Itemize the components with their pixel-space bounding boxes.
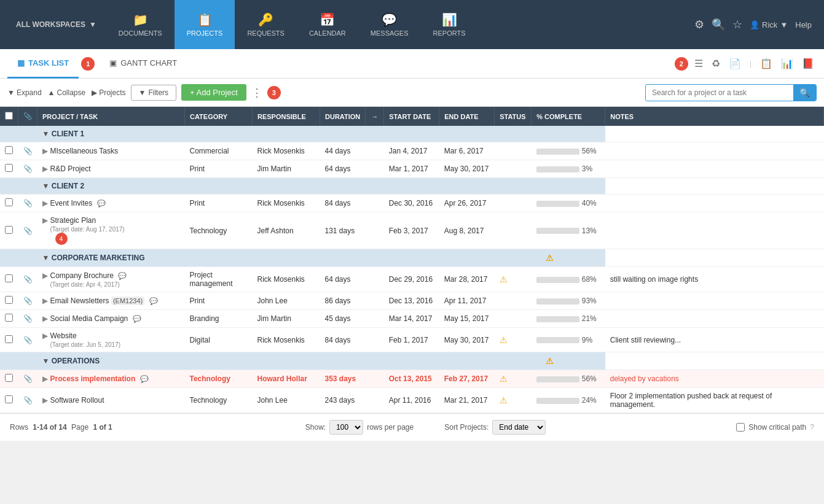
search-icon[interactable]: 🔍: [712, 18, 725, 31]
attach-icon[interactable]: 📎: [23, 336, 33, 344]
enddate-value: May 30, 2017: [444, 336, 489, 344]
critical-path-checkbox[interactable]: [736, 423, 745, 432]
nav-reports[interactable]: 📊 REPORTS: [421, 0, 478, 49]
attach-icon[interactable]: 📎: [23, 275, 33, 284]
row-notes-cell: delayed by vacations: [605, 370, 824, 388]
row-checkbox[interactable]: [5, 374, 13, 382]
nav-projects[interactable]: 📋 PROJECTS: [175, 0, 235, 49]
row-task-cell: ▶ MIscellaneous Tasks: [37, 142, 185, 160]
workspace-dropdown-icon[interactable]: ▼: [89, 20, 96, 29]
attach-icon[interactable]: 📎: [23, 227, 33, 235]
projects-filter-button[interactable]: ▶ Projects: [92, 88, 125, 97]
group-collapse-icon[interactable]: ▼: [42, 357, 50, 365]
search-button[interactable]: 🔍: [793, 85, 816, 101]
expand-row-icon[interactable]: ▶: [42, 297, 48, 305]
select-all-checkbox[interactable]: [5, 112, 13, 120]
search-input[interactable]: [646, 85, 793, 100]
attach-icon[interactable]: 📎: [23, 314, 33, 323]
row-checkbox[interactable]: [5, 335, 13, 343]
view-icon-1[interactable]: ☰: [692, 56, 705, 71]
task-name-label: Software Rollout: [50, 396, 104, 405]
expand-row-icon[interactable]: ▶: [42, 331, 48, 340]
row-checkbox[interactable]: [5, 146, 13, 154]
row-status-cell: ⚠: [495, 370, 532, 388]
expand-row-icon[interactable]: ▶: [42, 314, 48, 323]
comment-icon[interactable]: 💬: [140, 375, 149, 382]
group-collapse-icon[interactable]: ▼: [42, 182, 50, 190]
row-dep-cell: [366, 292, 384, 310]
add-project-button[interactable]: + Add Project: [181, 84, 246, 101]
collapse-button[interactable]: ▲ Collapse: [48, 88, 86, 97]
row-category-cell: Print: [185, 195, 253, 212]
category-value: Digital: [190, 336, 210, 344]
view-icon-2[interactable]: ♻: [709, 56, 723, 71]
col-pct-header: % COMPLETE: [532, 107, 605, 126]
help-icon[interactable]: ?: [810, 423, 814, 432]
task-cell: ▶ Social Media Campaign 💬: [42, 314, 180, 323]
group-collapse-icon[interactable]: ▼: [42, 254, 50, 262]
user-menu[interactable]: 👤 Rick ▼: [750, 20, 788, 29]
group-collapse-icon[interactable]: ▼: [42, 130, 50, 138]
expand-button[interactable]: ▼ Expand: [7, 88, 42, 97]
attach-icon[interactable]: 📎: [23, 199, 33, 207]
row-checkbox-cell: [0, 160, 18, 178]
nav-documents[interactable]: 📁 DOCUMENTS: [106, 0, 175, 49]
enddate-value: May 30, 2017: [444, 165, 489, 173]
pct-label: 21%: [582, 314, 597, 323]
star-icon[interactable]: ☆: [732, 18, 742, 31]
expand-row-icon[interactable]: ▶: [42, 147, 48, 155]
row-checkbox[interactable]: [5, 226, 13, 234]
view-icon-4[interactable]: 📋: [758, 56, 775, 71]
row-duration-cell: 353 days: [320, 370, 366, 388]
comment-icon[interactable]: 💬: [118, 272, 127, 279]
col-status-header: STATUS: [495, 107, 532, 126]
view-icon-3[interactable]: 📄: [726, 56, 744, 71]
nav-messages[interactable]: 💬 MESSAGES: [358, 0, 421, 49]
expand-row-icon[interactable]: ▶: [42, 374, 48, 383]
more-options-button[interactable]: ⋮: [251, 86, 262, 99]
row-checkbox[interactable]: [5, 314, 13, 322]
row-notes-cell: [605, 195, 824, 212]
view-icon-pdf[interactable]: 📕: [799, 56, 817, 71]
documents-icon: 📁: [133, 12, 148, 27]
workspace-selector[interactable]: ALL WORKSPACES ▼: [6, 20, 106, 29]
expand-row-icon[interactable]: ▶: [42, 199, 48, 207]
comment-icon[interactable]: 💬: [133, 315, 141, 322]
row-dep-cell: [366, 212, 384, 249]
view-icon-5[interactable]: 📊: [779, 56, 796, 71]
expand-row-icon[interactable]: ▶: [42, 216, 48, 225]
row-checkbox[interactable]: [5, 296, 13, 304]
row-checkbox[interactable]: [5, 395, 13, 403]
nav-messages-label: MESSAGES: [371, 29, 409, 37]
row-checkbox-cell: [0, 267, 18, 292]
comment-icon[interactable]: 💬: [97, 200, 106, 207]
settings-icon[interactable]: ⚙: [694, 18, 704, 31]
task-target-date: (Target date: Apr 4, 2017): [50, 281, 127, 288]
tab-task-list[interactable]: ▦ TASK LIST: [7, 49, 79, 79]
progress-bar: [536, 316, 579, 322]
expand-row-icon[interactable]: ▶: [42, 165, 48, 173]
expand-row-icon[interactable]: ▶: [42, 271, 48, 280]
expand-row-icon[interactable]: ▶: [42, 396, 48, 405]
attach-icon[interactable]: 📎: [23, 374, 33, 383]
attach-icon[interactable]: 📎: [23, 297, 33, 305]
row-checkbox[interactable]: [5, 274, 13, 282]
nav-requests[interactable]: 🔑 REQUESTS: [235, 0, 297, 49]
sort-select[interactable]: End date Start date Name: [492, 420, 546, 435]
nav-right: ⚙ 🔍 ☆ 👤 Rick ▼ Help: [688, 18, 818, 31]
rows-per-page-select[interactable]: 100 50 25: [329, 420, 363, 435]
help-link[interactable]: Help: [795, 20, 812, 29]
attach-icon[interactable]: 📎: [23, 165, 33, 173]
group-row: ▼ CLIENT 1: [0, 126, 824, 142]
attach-icon[interactable]: 📎: [23, 396, 33, 405]
nav-calendar[interactable]: 📅 CALENDAR: [297, 0, 358, 49]
tab-gantt-chart[interactable]: ▣ GANTT CHART: [100, 49, 187, 79]
row-attach-cell: 📎: [18, 142, 37, 160]
row-checkbox[interactable]: [5, 164, 13, 172]
row-checkbox[interactable]: [5, 198, 13, 206]
attach-icon[interactable]: 📎: [23, 147, 33, 155]
row-task-cell: ▶ Website (Target date: Jun 5, 2017): [37, 328, 185, 352]
filter-button[interactable]: ▼ Filters: [131, 85, 177, 101]
pct-label: 3%: [582, 165, 592, 173]
comment-icon[interactable]: 💬: [149, 297, 158, 304]
